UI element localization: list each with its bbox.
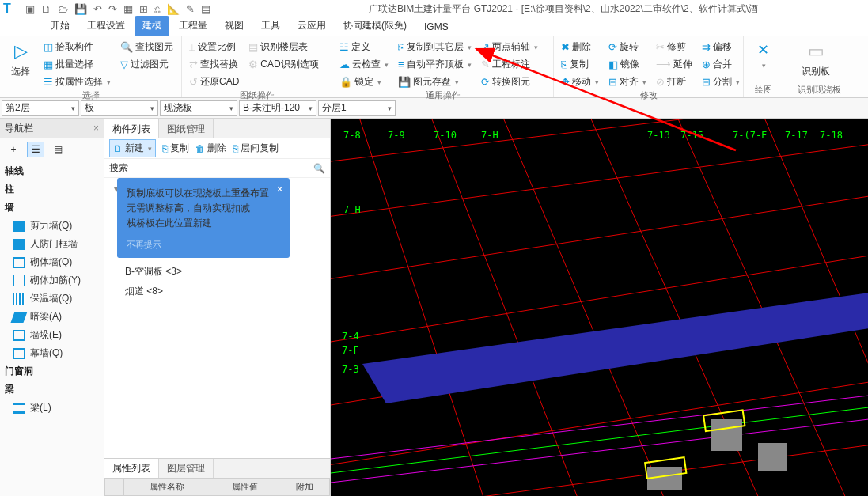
grid-label: 7-4 (342, 331, 359, 342)
tab-component-list[interactable]: 构件列表 (104, 119, 159, 138)
main-area: 导航栏× + ☰ ▤ 轴线 柱 墙 剪力墙(Q) 人防门框墙 砌体墙(Q) 砌体… (0, 119, 868, 496)
nav-item[interactable]: 暗梁(A) (0, 308, 104, 326)
qat-icon[interactable]: ✎ (186, 3, 195, 15)
grid-label: 7-(7-F (733, 130, 767, 141)
tree-node[interactable]: B-空调板 <3> (114, 262, 330, 282)
grid-label: 7-10 (434, 130, 457, 141)
mirror[interactable]: ◧镜像 (606, 57, 649, 72)
nav-category[interactable]: 梁 (0, 381, 104, 399)
convert-element[interactable]: ⟳转换图元 (479, 74, 540, 89)
tab-view[interactable]: 视图 (217, 16, 252, 36)
category-combo[interactable]: 板▾ (81, 100, 158, 116)
mid-tab-bar: 构件列表 图纸管理 (104, 119, 330, 138)
break: ⊘打断 (654, 74, 695, 89)
delete[interactable]: ✖删除 (559, 40, 601, 55)
layer-copy-button[interactable]: ⎘层间复制 (233, 142, 279, 155)
qat-icon[interactable]: ↶ (93, 3, 102, 15)
find-element[interactable]: 🔍查找图元 (118, 40, 176, 55)
svg-line-7 (354, 119, 489, 496)
close-icon[interactable]: × (93, 123, 99, 134)
move[interactable]: ✥移动▾ (559, 74, 601, 89)
tooltip-close-icon[interactable]: ✕ (276, 183, 283, 197)
recognize-slab[interactable]: ▭识别板 (788, 38, 843, 78)
nav-item[interactable]: 幕墙(Q) (0, 344, 104, 362)
nav-item[interactable]: 砌体墙(Q) (0, 253, 104, 271)
tab-quantity[interactable]: 工程量 (171, 16, 215, 36)
svg-line-14 (331, 396, 868, 459)
offset[interactable]: ⇉偏移 (699, 40, 742, 55)
nav-item[interactable]: 墙垛(E) (0, 326, 104, 344)
qat-icon[interactable]: ⎌ (154, 3, 161, 15)
qat-icon[interactable]: ↷ (108, 3, 117, 15)
tab-drawing-mgmt[interactable]: 图纸管理 (159, 119, 214, 138)
nav-item[interactable]: 保温墙(Q) (0, 290, 104, 308)
qat-icon[interactable]: ▣ (25, 3, 35, 15)
nav-view-tools: + ☰ ▤ (0, 138, 104, 161)
qat-icon[interactable]: 🗁 (58, 3, 68, 15)
tooltip-dismiss[interactable]: 不再提示 (127, 238, 280, 252)
copy-to-layer[interactable]: ⎘复制到其它层▾ (396, 40, 474, 55)
delete-button[interactable]: 🗑删除 (195, 142, 226, 155)
tab-props[interactable]: 属性列表 (104, 459, 159, 478)
tab-cloud[interactable]: 云应用 (290, 16, 334, 36)
merge[interactable]: ⊕合并 (699, 57, 742, 72)
qat-icon[interactable]: ▤ (201, 3, 210, 15)
lock[interactable]: 🔒锁定▾ (337, 74, 391, 89)
nav-category[interactable]: 墙 (0, 199, 104, 217)
rotate[interactable]: ⟳旋转 (606, 40, 649, 55)
grid-label: 7-H (481, 130, 498, 141)
pick-element[interactable]: ◫拾取构件 (41, 40, 113, 55)
nav-add-icon[interactable]: + (5, 142, 22, 157)
qat-icon[interactable]: ⊞ (139, 3, 148, 15)
tab-collab[interactable]: 协同建模(限免) (335, 16, 415, 36)
split[interactable]: ⊟分割▾ (699, 74, 742, 89)
copy[interactable]: ⎘复制 (559, 57, 601, 72)
svg-line-1 (331, 142, 868, 221)
tab-start[interactable]: 开始 (43, 16, 78, 36)
nav-item[interactable]: 人防门框墙 (0, 235, 104, 253)
tab-modeling[interactable]: 建模 (135, 16, 169, 36)
draw-tool[interactable]: ✕▾ (749, 38, 778, 70)
nav-category[interactable]: 门窗洞 (0, 362, 104, 381)
cloud-check[interactable]: ☁云检查▾ (337, 57, 391, 72)
qat-icon[interactable]: ▦ (123, 3, 133, 15)
filter-element[interactable]: ▽过滤图元 (118, 57, 176, 72)
tab-tools[interactable]: 工具 (253, 16, 288, 36)
nav-item[interactable]: 剪力墙(Q) (0, 217, 104, 235)
new-button[interactable]: 🗋新建▾ (109, 139, 156, 157)
search-icon[interactable]: 🔍 (313, 163, 325, 174)
batch-select[interactable]: ▦批量选择 (41, 57, 113, 72)
svg-line-8 (426, 119, 584, 496)
copy-button[interactable]: ⎘复制 (162, 142, 189, 155)
nav-category[interactable]: 轴线 (0, 162, 104, 180)
select-by-props[interactable]: ☰按属性选择▾ (41, 74, 113, 89)
qat-icon[interactable]: 💾 (74, 3, 87, 15)
layer-combo[interactable]: 分层1▾ (318, 100, 396, 116)
nav-grid-icon[interactable]: ▤ (49, 142, 66, 157)
property-panel: 属性列表 图层管理 属性名称 属性值 附加 (104, 458, 330, 496)
two-point-axis[interactable]: ↗两点辅轴▾ (479, 40, 540, 55)
component-combo[interactable]: B-未注明-120▾ (239, 100, 316, 116)
tab-project-settings[interactable]: 工程设置 (79, 16, 133, 36)
model-viewport[interactable]: 7-8 7-9 7-10 7-H 7-13 7-15 7-(7-F 7-17 7… (331, 119, 868, 496)
type-combo[interactable]: 现浇板▾ (160, 100, 237, 116)
align[interactable]: ⊟对齐▾ (606, 74, 649, 89)
define[interactable]: ☳定义 (337, 40, 391, 55)
tab-igms[interactable]: IGMS (416, 18, 457, 36)
tree-node[interactable]: 烟道 <8> (114, 282, 330, 301)
nav-item[interactable]: 砌体加筋(Y) (0, 271, 104, 290)
grid-label: 7-13 (647, 130, 670, 141)
tab-layers[interactable]: 图层管理 (159, 459, 214, 478)
nav-category[interactable]: 柱 (0, 180, 104, 199)
floor-combo[interactable]: 第2层▾ (2, 100, 79, 116)
hint-tooltip: ✕ 预制底板可以在现浇板上重叠布置 无需调整标高，自动实现扣减 栈桥板在此位置新… (117, 178, 290, 258)
property-table: 属性名称 属性值 附加 (104, 478, 330, 496)
nav-item[interactable]: 梁(L) (0, 399, 104, 417)
save-element[interactable]: 💾图元存盘▾ (396, 74, 474, 89)
cad-options: ⚙CAD识别选项 (246, 57, 320, 72)
select-tool[interactable]: ▷选择 (5, 38, 36, 78)
auto-align-top[interactable]: ≡自动平齐顶板▾ (396, 57, 474, 72)
qat-icon[interactable]: 📐 (167, 3, 180, 15)
qat-icon[interactable]: 🗋 (41, 3, 51, 15)
nav-list-icon[interactable]: ☰ (27, 142, 44, 157)
